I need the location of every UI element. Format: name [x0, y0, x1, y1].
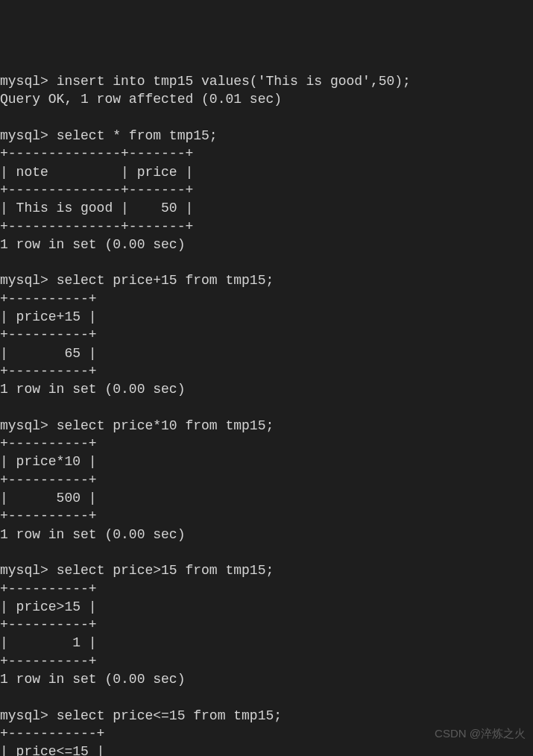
- table-border: +--------------+-------+: [0, 183, 193, 198]
- prompt: mysql>: [0, 563, 48, 578]
- table-row: | 65 |: [0, 346, 97, 361]
- table-header: | price<=15 |: [0, 744, 104, 756]
- command-insert: insert into tmp15 values('This is good',…: [57, 74, 411, 89]
- table-border: +--------------+-------+: [0, 146, 193, 161]
- result-footer: 1 row in set (0.00 sec): [0, 382, 185, 397]
- table-border: +----------+: [0, 617, 97, 632]
- table-header: | note | price |: [0, 165, 193, 180]
- watermark: CSDN @淬炼之火: [435, 726, 526, 741]
- command-select-mult: select price*10 from tmp15;: [57, 418, 274, 433]
- prompt: mysql>: [0, 273, 48, 288]
- command-select-gt: select price>15 from tmp15;: [57, 563, 274, 578]
- table-header: | price>15 |: [0, 599, 97, 614]
- table-row: | This is good | 50 |: [0, 201, 193, 215]
- command-select-plus: select price+15 from tmp15;: [57, 273, 274, 288]
- table-border: +----------+: [0, 508, 97, 523]
- command-select-all: select * from tmp15;: [57, 128, 218, 143]
- prompt: mysql>: [0, 708, 48, 723]
- table-border: +--------------+-------+: [0, 219, 193, 234]
- prompt: mysql>: [0, 74, 48, 89]
- table-border: +----------+: [0, 436, 97, 451]
- table-border: +-----------+: [0, 726, 104, 741]
- table-border: +----------+: [0, 473, 97, 488]
- prompt: mysql>: [0, 128, 48, 143]
- result-footer: 1 row in set (0.00 sec): [0, 237, 185, 252]
- result-footer: 1 row in set (0.00 sec): [0, 672, 185, 687]
- command-select-lte: select price<=15 from tmp15;: [57, 708, 282, 723]
- table-border: +----------+: [0, 292, 97, 306]
- table-header: | price+15 |: [0, 309, 97, 324]
- table-header: | price*10 |: [0, 454, 97, 469]
- table-row: | 500 |: [0, 491, 97, 505]
- prompt: mysql>: [0, 418, 48, 433]
- insert-result: Query OK, 1 row affected (0.01 sec): [0, 92, 282, 107]
- table-border: +----------+: [0, 582, 97, 596]
- table-border: +----------+: [0, 654, 97, 669]
- table-border: +----------+: [0, 327, 97, 342]
- table-row: | 1 |: [0, 635, 97, 650]
- table-border: +----------+: [0, 364, 97, 379]
- result-footer: 1 row in set (0.00 sec): [0, 527, 185, 542]
